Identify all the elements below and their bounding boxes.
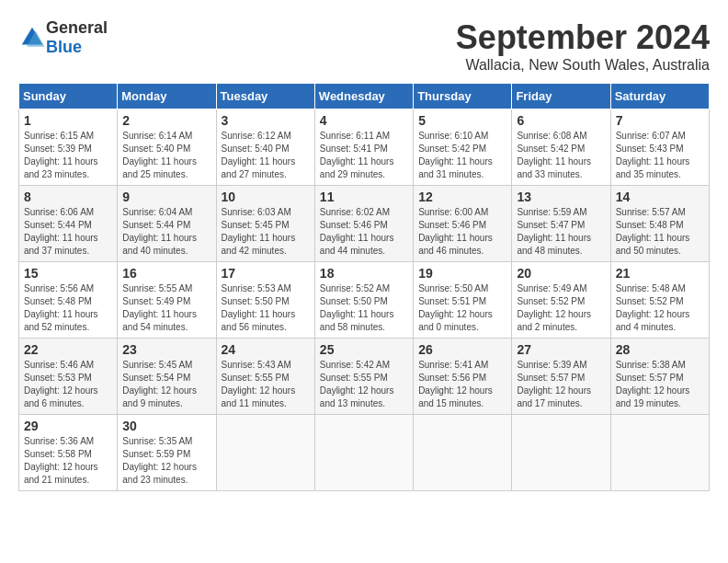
day-cell: 11 Sunrise: 6:02 AM Sunset: 5:46 PM Dayl… [314, 186, 413, 262]
week-row-1: 1 Sunrise: 6:15 AM Sunset: 5:39 PM Dayli… [19, 109, 710, 186]
day-info: Sunrise: 5:56 AM Sunset: 5:48 PM Dayligh… [24, 282, 112, 334]
day-info: Sunrise: 6:15 AM Sunset: 5:39 PM Dayligh… [24, 130, 112, 181]
day-info: Sunrise: 6:12 AM Sunset: 5:40 PM Dayligh… [222, 130, 310, 181]
weekday-header-friday: Friday [512, 84, 610, 109]
day-number: 5 [418, 113, 506, 128]
day-info: Sunrise: 5:35 AM Sunset: 5:59 PM Dayligh… [122, 435, 210, 487]
day-cell: 19 Sunrise: 5:50 AM Sunset: 5:51 PM Dayl… [414, 262, 512, 339]
weekday-header-tuesday: Tuesday [216, 84, 314, 109]
day-cell: 13 Sunrise: 5:59 AM Sunset: 5:47 PM Dayl… [512, 186, 610, 262]
day-cell [216, 415, 314, 491]
day-info: Sunrise: 6:10 AM Sunset: 5:42 PM Dayligh… [418, 130, 506, 181]
logo-icon [18, 24, 46, 52]
day-cell: 5 Sunrise: 6:10 AM Sunset: 5:42 PM Dayli… [414, 109, 512, 186]
day-cell: 6 Sunrise: 6:08 AM Sunset: 5:42 PM Dayli… [512, 109, 610, 186]
day-info: Sunrise: 6:00 AM Sunset: 5:46 PM Dayligh… [418, 206, 506, 258]
day-number: 10 [222, 190, 310, 204]
day-info: Sunrise: 6:07 AM Sunset: 5:43 PM Dayligh… [616, 130, 704, 181]
day-cell: 9 Sunrise: 6:04 AM Sunset: 5:44 PM Dayli… [118, 186, 216, 262]
day-cell: 22 Sunrise: 5:46 AM Sunset: 5:53 PM Dayl… [19, 339, 118, 415]
day-number: 13 [517, 190, 605, 204]
week-row-4: 22 Sunrise: 5:46 AM Sunset: 5:53 PM Dayl… [19, 339, 710, 415]
day-number: 23 [122, 342, 210, 357]
header: General Blue September 2024 Wallacia, Ne… [18, 18, 710, 74]
day-number: 4 [320, 113, 408, 128]
day-number: 19 [418, 266, 506, 281]
day-cell: 16 Sunrise: 5:55 AM Sunset: 5:49 PM Dayl… [118, 262, 216, 339]
day-number: 18 [320, 266, 408, 281]
day-cell: 29 Sunrise: 5:36 AM Sunset: 5:58 PM Dayl… [19, 415, 118, 491]
day-info: Sunrise: 5:39 AM Sunset: 5:57 PM Dayligh… [517, 359, 605, 410]
day-info: Sunrise: 5:41 AM Sunset: 5:56 PM Dayligh… [418, 359, 506, 410]
day-cell [414, 415, 512, 491]
day-cell [610, 415, 709, 491]
day-cell: 20 Sunrise: 5:49 AM Sunset: 5:52 PM Dayl… [512, 262, 610, 339]
day-cell [512, 415, 610, 491]
day-cell: 10 Sunrise: 6:03 AM Sunset: 5:45 PM Dayl… [216, 186, 314, 262]
day-cell: 28 Sunrise: 5:38 AM Sunset: 5:57 PM Dayl… [610, 339, 709, 415]
day-number: 26 [418, 342, 506, 357]
day-number: 21 [616, 266, 704, 281]
day-cell: 26 Sunrise: 5:41 AM Sunset: 5:56 PM Dayl… [414, 339, 512, 415]
day-info: Sunrise: 6:03 AM Sunset: 5:45 PM Dayligh… [222, 206, 310, 258]
day-cell: 21 Sunrise: 5:48 AM Sunset: 5:52 PM Dayl… [610, 262, 709, 339]
day-cell: 4 Sunrise: 6:11 AM Sunset: 5:41 PM Dayli… [314, 109, 413, 186]
day-info: Sunrise: 5:59 AM Sunset: 5:47 PM Dayligh… [517, 206, 605, 258]
day-number: 12 [418, 190, 506, 204]
calendar-table: SundayMondayTuesdayWednesdayThursdayFrid… [18, 83, 710, 491]
day-cell: 3 Sunrise: 6:12 AM Sunset: 5:40 PM Dayli… [216, 109, 314, 186]
day-info: Sunrise: 5:38 AM Sunset: 5:57 PM Dayligh… [616, 359, 704, 410]
day-number: 17 [222, 266, 310, 281]
logo-blue: Blue [46, 38, 82, 56]
week-row-2: 8 Sunrise: 6:06 AM Sunset: 5:44 PM Dayli… [19, 186, 710, 262]
day-number: 30 [122, 419, 210, 433]
day-cell: 8 Sunrise: 6:06 AM Sunset: 5:44 PM Dayli… [19, 186, 118, 262]
day-info: Sunrise: 6:06 AM Sunset: 5:44 PM Dayligh… [24, 206, 112, 258]
weekday-header-thursday: Thursday [414, 84, 512, 109]
day-cell: 14 Sunrise: 5:57 AM Sunset: 5:48 PM Dayl… [610, 186, 709, 262]
day-info: Sunrise: 5:46 AM Sunset: 5:53 PM Dayligh… [24, 359, 112, 410]
day-info: Sunrise: 6:02 AM Sunset: 5:46 PM Dayligh… [320, 206, 408, 258]
day-info: Sunrise: 5:50 AM Sunset: 5:51 PM Dayligh… [418, 282, 506, 334]
day-number: 6 [517, 113, 605, 128]
day-info: Sunrise: 5:36 AM Sunset: 5:58 PM Dayligh… [24, 435, 112, 487]
title-area: September 2024 Wallacia, New South Wales… [456, 18, 710, 74]
day-number: 11 [320, 190, 408, 204]
day-number: 16 [122, 266, 210, 281]
day-number: 20 [517, 266, 605, 281]
day-info: Sunrise: 5:48 AM Sunset: 5:52 PM Dayligh… [616, 282, 704, 334]
month-title: September 2024 [456, 18, 710, 57]
day-info: Sunrise: 5:55 AM Sunset: 5:49 PM Dayligh… [122, 282, 210, 334]
day-number: 15 [24, 266, 112, 281]
day-info: Sunrise: 6:11 AM Sunset: 5:41 PM Dayligh… [320, 130, 408, 181]
weekday-header-saturday: Saturday [610, 84, 709, 109]
logo-general: General [46, 18, 108, 37]
logo: General Blue [18, 18, 108, 57]
weekday-header-sunday: Sunday [19, 84, 118, 109]
day-info: Sunrise: 5:53 AM Sunset: 5:50 PM Dayligh… [222, 282, 310, 334]
day-info: Sunrise: 5:52 AM Sunset: 5:50 PM Dayligh… [320, 282, 408, 334]
day-info: Sunrise: 5:43 AM Sunset: 5:55 PM Dayligh… [222, 359, 310, 410]
day-cell: 27 Sunrise: 5:39 AM Sunset: 5:57 PM Dayl… [512, 339, 610, 415]
day-number: 2 [122, 113, 210, 128]
day-cell: 12 Sunrise: 6:00 AM Sunset: 5:46 PM Dayl… [414, 186, 512, 262]
day-info: Sunrise: 5:42 AM Sunset: 5:55 PM Dayligh… [320, 359, 408, 410]
day-cell: 1 Sunrise: 6:15 AM Sunset: 5:39 PM Dayli… [19, 109, 118, 186]
day-cell: 2 Sunrise: 6:14 AM Sunset: 5:40 PM Dayli… [118, 109, 216, 186]
day-info: Sunrise: 6:14 AM Sunset: 5:40 PM Dayligh… [122, 130, 210, 181]
day-number: 25 [320, 342, 408, 357]
location-title: Wallacia, New South Wales, Australia [456, 57, 710, 74]
day-number: 8 [24, 190, 112, 204]
day-cell: 15 Sunrise: 5:56 AM Sunset: 5:48 PM Dayl… [19, 262, 118, 339]
day-number: 27 [517, 342, 605, 357]
day-info: Sunrise: 6:04 AM Sunset: 5:44 PM Dayligh… [122, 206, 210, 258]
day-cell [314, 415, 413, 491]
day-info: Sunrise: 5:57 AM Sunset: 5:48 PM Dayligh… [616, 206, 704, 258]
day-number: 29 [24, 419, 112, 433]
day-number: 24 [222, 342, 310, 357]
day-cell: 24 Sunrise: 5:43 AM Sunset: 5:55 PM Dayl… [216, 339, 314, 415]
week-row-5: 29 Sunrise: 5:36 AM Sunset: 5:58 PM Dayl… [19, 415, 710, 491]
day-info: Sunrise: 5:49 AM Sunset: 5:52 PM Dayligh… [517, 282, 605, 334]
weekday-header-row: SundayMondayTuesdayWednesdayThursdayFrid… [19, 84, 710, 109]
week-row-3: 15 Sunrise: 5:56 AM Sunset: 5:48 PM Dayl… [19, 262, 710, 339]
